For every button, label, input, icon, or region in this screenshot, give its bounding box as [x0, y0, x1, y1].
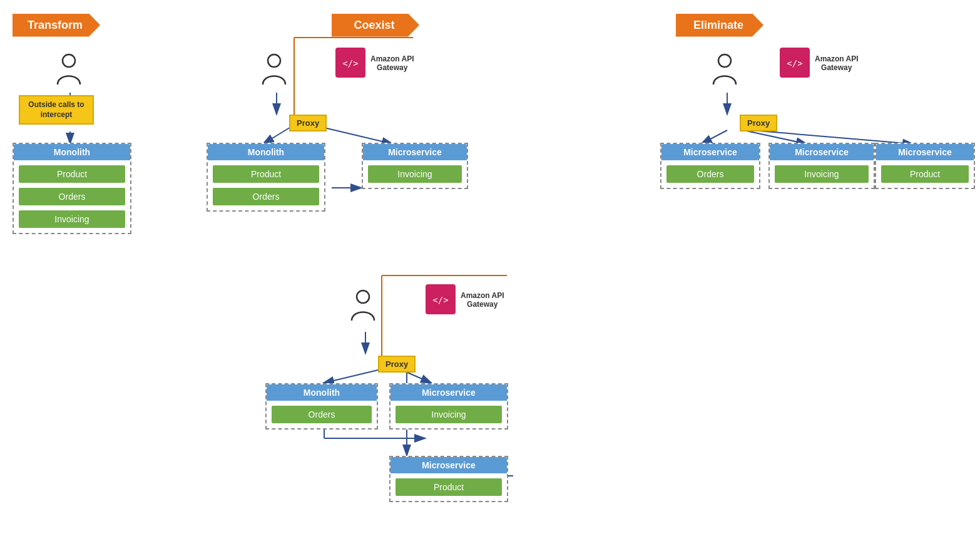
transform-monolith-header: Monolith — [14, 144, 130, 160]
coexist-top-monolith-box: Monolith Product Orders — [207, 143, 325, 212]
coexist-top-person-icon — [260, 53, 288, 87]
coexist-bottom-microservice1-header: Microservice — [390, 384, 507, 401]
coexist-bottom-api-label: Amazon APIGateway — [461, 291, 504, 309]
eliminate-invoicing-header: Microservice — [770, 144, 874, 160]
coexist-bottom-monolith-header: Monolith — [267, 384, 377, 401]
eliminate-invoicing-item: Invoicing — [775, 165, 869, 183]
coexist-bottom-microservice1-box: Microservice Invoicing — [389, 383, 508, 430]
outside-calls-label: Outside calls to intercept — [28, 100, 84, 119]
svg-text:</>: </> — [342, 58, 358, 68]
transform-monolith-box: Monolith Product Orders Invoicing — [13, 143, 131, 234]
eliminate-api-icon: </> — [780, 48, 810, 78]
coexist-top-proxy: Proxy — [289, 115, 327, 131]
svg-text:</>: </> — [787, 58, 802, 68]
transform-product-item: Product — [19, 165, 125, 183]
eliminate-invoicing-box: Microservice Invoicing — [768, 143, 875, 189]
transform-banner: Transform — [13, 11, 100, 39]
coexist-bottom-api-icon: </> — [426, 284, 456, 314]
svg-line-12 — [743, 130, 807, 144]
coexist-bottom-product-item: Product — [396, 478, 502, 496]
coexist-top-invoicing-item: Invoicing — [368, 165, 462, 183]
coexist-top-product-item: Product — [213, 165, 319, 183]
coexist-bottom-microservice2-box: Microservice Product — [389, 456, 508, 502]
coexist-bottom-invoicing-item: Invoicing — [396, 406, 502, 423]
coexist-label: Coexist — [332, 14, 419, 37]
coexist-bottom-person-icon — [349, 289, 377, 323]
svg-point-30 — [357, 291, 369, 303]
svg-line-8 — [319, 126, 393, 144]
transform-person-icon — [55, 53, 83, 87]
svg-line-17 — [323, 369, 380, 383]
svg-point-23 — [63, 54, 75, 67]
coexist-banner: Coexist — [332, 11, 419, 39]
eliminate-product-box: Microservice Product — [875, 143, 975, 189]
eliminate-orders-item: Orders — [666, 165, 754, 183]
svg-line-13 — [751, 130, 914, 144]
svg-text:</>: </> — [432, 295, 448, 305]
coexist-bottom-microservice2-header: Microservice — [390, 457, 507, 473]
coexist-bottom-monolith-box: Monolith Orders — [265, 383, 378, 430]
eliminate-orders-box: Microservice Orders — [660, 143, 760, 189]
eliminate-person-icon — [711, 53, 738, 87]
eliminate-banner: Eliminate — [676, 11, 763, 39]
transform-label: Transform — [13, 14, 100, 37]
eliminate-api-label: Amazon APIGateway — [815, 54, 859, 73]
transform-orders-item: Orders — [19, 188, 125, 205]
coexist-top-orders-item: Orders — [213, 188, 319, 205]
transform-invoicing-item: Invoicing — [19, 210, 125, 228]
eliminate-product-header: Microservice — [876, 144, 974, 160]
coexist-bottom-orders-item: Orders — [272, 406, 372, 423]
coexist-bottom-api-gateway: </> Amazon APIGateway — [426, 284, 504, 314]
coexist-top-api-gateway: </> Amazon APIGateway — [335, 48, 414, 78]
svg-line-11 — [701, 130, 727, 144]
coexist-top-api-icon: </> — [335, 48, 365, 78]
coexist-top-api-label: Amazon APIGateway — [370, 54, 414, 73]
diagram-container: Transform Outside calls to intercept Mon… — [0, 0, 980, 556]
svg-point-27 — [718, 54, 731, 67]
eliminate-proxy: Proxy — [740, 115, 777, 131]
coexist-top-microservice-header: Microservice — [363, 144, 467, 160]
coexist-top-microservice-box: Microservice Invoicing — [362, 143, 468, 189]
eliminate-label: Eliminate — [676, 14, 763, 37]
eliminate-api-gateway: </> Amazon APIGateway — [780, 48, 859, 78]
outside-calls-box: Outside calls to intercept — [19, 95, 94, 125]
eliminate-orders-header: Microservice — [661, 144, 759, 160]
eliminate-product-item: Product — [881, 165, 969, 183]
coexist-bottom-proxy: Proxy — [378, 356, 416, 373]
svg-line-7 — [263, 126, 292, 144]
svg-point-24 — [268, 54, 280, 67]
coexist-top-monolith-header: Monolith — [208, 144, 324, 160]
